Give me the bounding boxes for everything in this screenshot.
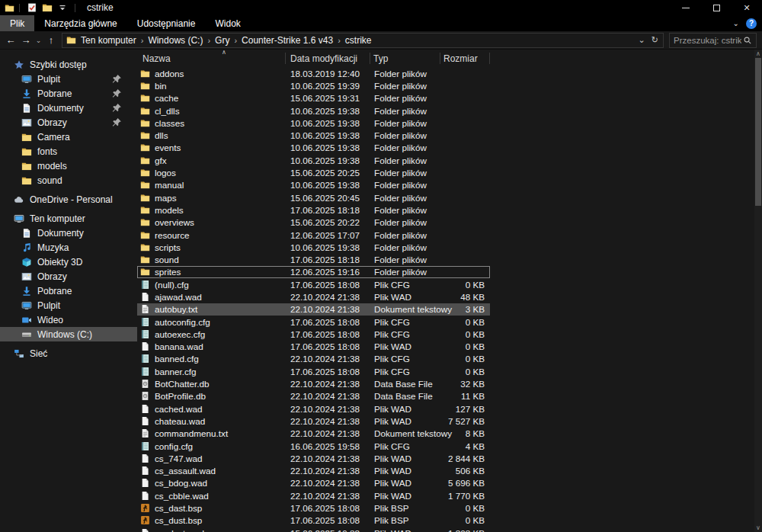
- file-row[interactable]: BotProfile.db22.10.2024 21:38Data Base F…: [137, 390, 490, 402]
- sidebar-item-models[interactable]: models: [0, 159, 137, 173]
- help-icon[interactable]: ?: [746, 18, 757, 29]
- file-row[interactable]: gfx10.06.2025 19:38Folder plików: [137, 154, 490, 166]
- breadcrumb-segment[interactable]: Gry: [213, 35, 231, 46]
- sidebar-item-dokumenty[interactable]: Dokumenty: [0, 226, 137, 240]
- file-row[interactable]: config.cfg16.06.2025 19:58Plik CFG4 KB: [137, 440, 490, 452]
- sidebar-section-label: Szybki dostęp: [30, 59, 87, 70]
- back-button[interactable]: ←: [3, 34, 18, 46]
- tab-plik[interactable]: Plik: [0, 15, 34, 31]
- sidebar-item-dokumenty[interactable]: Dokumenty: [0, 101, 137, 115]
- search-box[interactable]: [669, 33, 757, 48]
- breadcrumb-segment[interactable]: Counter-Strike 1.6 v43: [240, 35, 335, 46]
- sidebar-item-wideo[interactable]: Wideo: [0, 312, 137, 327]
- tab-widok[interactable]: Widok: [205, 15, 250, 31]
- qat-new-folder-button[interactable]: [42, 2, 53, 13]
- sidebar-item-windows-c-[interactable]: Windows (C:): [0, 327, 137, 341]
- sidebar-item-pobrane[interactable]: Pobrane: [0, 86, 137, 101]
- file-row[interactable]: cs_dust.wad15.06.2025 19:38Plik WAD1 303…: [137, 527, 490, 532]
- sidebar-item-obiekty-3d[interactable]: Obiekty 3D: [0, 255, 137, 269]
- column-header-type[interactable]: Typ: [370, 50, 440, 67]
- file-row[interactable]: resource12.06.2025 17:07Folder plików: [137, 229, 490, 241]
- qat-properties-button[interactable]: [27, 2, 37, 13]
- column-header-date[interactable]: Data modyfikacji: [286, 50, 370, 67]
- file-row[interactable]: (null).cfg17.06.2025 18:08Plik CFG0 KB: [137, 278, 490, 290]
- file-row[interactable]: dlls10.06.2025 19:38Folder plików: [137, 129, 490, 141]
- sidebar-item-sound[interactable]: sound: [0, 173, 137, 187]
- sort-ascending-icon: ∧: [222, 49, 226, 56]
- sidebar-item-muzyka[interactable]: Muzyka: [0, 240, 137, 255]
- sidebar-section-sie-[interactable]: Sieć: [0, 346, 137, 361]
- file-date: 22.10.2024 21:38: [286, 304, 370, 314]
- file-row[interactable]: cs_bdog.wad22.10.2024 21:38Plik WAD5 696…: [137, 477, 490, 489]
- search-input[interactable]: [670, 36, 743, 45]
- file-row[interactable]: scripts10.06.2025 19:38Folder plików: [137, 241, 490, 253]
- file-row[interactable]: logos15.06.2025 20:25Folder plików: [137, 166, 490, 178]
- file-row[interactable]: cs_cbble.wad22.10.2024 21:38Plik WAD1 77…: [137, 489, 490, 502]
- file-row[interactable]: cache15.06.2025 19:31Folder plików: [137, 92, 490, 104]
- search-icon[interactable]: [743, 36, 752, 45]
- file-row[interactable]: cached.wad22.10.2024 21:38Plik WAD127 KB: [137, 402, 490, 415]
- file-row[interactable]: cl_dlls10.06.2025 19:38Folder plików: [137, 104, 490, 117]
- sidebar-section-ten-komputer[interactable]: Ten komputer: [0, 211, 137, 226]
- file-row[interactable]: cs_dast.bsp17.06.2025 18:08Plik BSP0 KB: [137, 502, 490, 514]
- scroll-down-icon[interactable]: ∨: [754, 524, 762, 532]
- recent-locations-icon[interactable]: ⌄: [34, 37, 43, 44]
- refresh-icon[interactable]: ↻: [652, 36, 658, 44]
- tab-narz-dzia-g-wne[interactable]: Narzędzia główne: [34, 15, 126, 31]
- sidebar-item-pobrane[interactable]: Pobrane: [0, 284, 137, 298]
- file-row[interactable]: events10.06.2025 19:38Folder plików: [137, 142, 490, 154]
- file-row[interactable]: banned.cfg22.10.2024 21:38Plik CFG0 KB: [137, 353, 490, 365]
- file-row[interactable]: chateau.wad22.10.2024 21:38Plik WAD7 527…: [137, 415, 490, 427]
- chevron-down-icon[interactable]: ⌄: [733, 20, 739, 27]
- breadcrumb-segment[interactable]: cstrike: [344, 35, 373, 46]
- file-row[interactable]: autobuy.txt22.10.2024 21:38Dokument teks…: [137, 303, 490, 316]
- file-row[interactable]: maps15.06.2025 20:45Folder plików: [137, 191, 490, 204]
- tab-udost-pnianie[interactable]: Udostępnianie: [127, 15, 206, 31]
- file-row[interactable]: BotChatter.db22.10.2024 21:38Data Base F…: [137, 377, 490, 389]
- file-row[interactable]: overviews15.06.2025 20:22Folder plików: [137, 216, 490, 229]
- file-row[interactable]: sound17.06.2025 18:18Folder plików: [137, 253, 490, 265]
- file-row[interactable]: autoexec.cfg17.06.2025 18:08Plik CFG0 KB: [137, 328, 490, 340]
- breadcrumb-segment[interactable]: Windows (C:): [146, 35, 204, 46]
- file-row[interactable]: cs_assault.wad22.10.2024 21:38Plik WAD50…: [137, 465, 490, 477]
- sidebar-item-obrazy[interactable]: Obrazy: [0, 269, 137, 284]
- file-type: Plik WAD: [370, 416, 440, 426]
- sidebar-item-obrazy[interactable]: Obrazy: [0, 115, 137, 130]
- close-button[interactable]: ✕: [732, 0, 762, 15]
- file-row[interactable]: cs_747.wad22.10.2024 21:38Plik WAD2 844 …: [137, 452, 490, 464]
- sidebar-item-fonts[interactable]: fonts: [0, 144, 137, 159]
- file-row[interactable]: addons18.03.2019 12:40Folder plików: [137, 67, 490, 79]
- file-name: config.cfg: [155, 441, 193, 451]
- up-button[interactable]: ↑: [43, 34, 59, 46]
- file-row[interactable]: bin10.06.2025 19:39Folder plików: [137, 79, 490, 91]
- scrollbar-thumb[interactable]: [755, 58, 761, 206]
- file-row[interactable]: sprites12.06.2025 19:16Folder plików: [137, 266, 490, 278]
- file-row[interactable]: banana.wad17.06.2025 18:08Plik WAD0 KB: [137, 341, 490, 353]
- file-row[interactable]: commandmenu.txt22.10.2024 21:38Dokument …: [137, 428, 490, 440]
- sidebar-item-camera[interactable]: Camera: [0, 130, 137, 144]
- maximize-button[interactable]: [701, 0, 732, 15]
- forward-button[interactable]: →: [18, 34, 34, 46]
- column-header-name[interactable]: Nazwa ∧: [139, 50, 286, 67]
- file-row[interactable]: models17.06.2025 18:18Folder plików: [137, 204, 490, 216]
- file-row[interactable]: classes10.06.2025 19:38Folder plików: [137, 117, 490, 129]
- vertical-scrollbar[interactable]: ∧ ∨: [754, 50, 762, 532]
- file-row[interactable]: cs_dust.bsp17.06.2025 18:08Plik BSP0 KB: [137, 514, 490, 527]
- address-dropdown-icon[interactable]: ⌄: [639, 36, 645, 44]
- address-bar[interactable]: Ten komputer›Windows (C:)›Gry›Counter-St…: [62, 33, 664, 48]
- sidebar-section-szybki-dost-p[interactable]: Szybki dostęp: [0, 57, 137, 72]
- sidebar-item-pulpit[interactable]: Pulpit: [0, 298, 137, 312]
- file-row[interactable]: autoconfig.cfg17.06.2025 18:08Plik CFG0 …: [137, 316, 490, 328]
- sidebar-item-pulpit[interactable]: Pulpit: [0, 72, 137, 86]
- sidebar-section-onedrive-personal[interactable]: OneDrive - Personal: [0, 192, 137, 207]
- file-row[interactable]: banner.cfg17.06.2025 18:08Plik CFG0 KB: [137, 365, 490, 377]
- scroll-up-icon[interactable]: ∧: [754, 50, 762, 58]
- file-row[interactable]: ajawad.wad22.10.2024 21:38Plik WAD48 KB: [137, 290, 490, 303]
- sidebar: Szybki dostępPulpitPobraneDokumentyObraz…: [0, 50, 137, 532]
- column-header-size[interactable]: Rozmiar: [440, 50, 490, 67]
- file-row[interactable]: manual10.06.2025 19:38Folder plików: [137, 179, 490, 191]
- minimize-button[interactable]: [671, 0, 701, 15]
- qat-customize-button[interactable]: [57, 2, 68, 13]
- file-name-cell: (null).cfg: [139, 280, 286, 290]
- breadcrumb-segment[interactable]: Ten komputer: [79, 35, 138, 46]
